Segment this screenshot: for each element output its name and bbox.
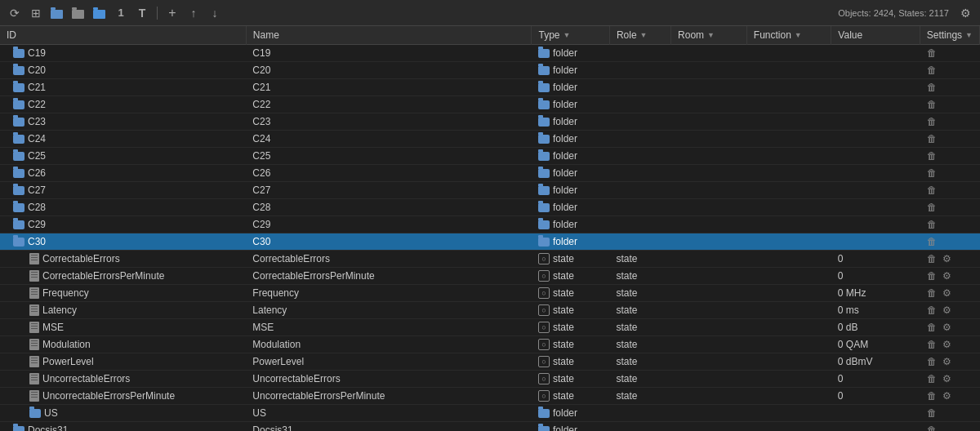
- cell-id: US: [0, 405, 246, 422]
- one-icon[interactable]: 1: [113, 5, 129, 21]
- settings-icon[interactable]: ⚙: [941, 304, 952, 316]
- delete-icon[interactable]: 🗑: [926, 99, 938, 110]
- col-header-role[interactable]: Role▼: [609, 26, 670, 45]
- table-row[interactable]: C19 C19 folder 🗑: [0, 45, 980, 62]
- delete-icon[interactable]: 🗑: [926, 424, 938, 431]
- delete-icon[interactable]: 🗑: [926, 390, 938, 402]
- id-text: C27: [28, 184, 46, 196]
- delete-icon[interactable]: 🗑: [926, 253, 938, 264]
- table-row[interactable]: C28 C28 folder 🗑: [0, 199, 980, 216]
- delete-icon[interactable]: 🗑: [926, 150, 938, 162]
- delete-icon[interactable]: 🗑: [926, 287, 938, 299]
- delete-icon[interactable]: 🗑: [926, 133, 938, 144]
- settings-icon[interactable]: ⚙: [941, 390, 952, 402]
- delete-icon[interactable]: 🗑: [926, 407, 938, 419]
- cell-id: C28: [0, 199, 246, 216]
- id-text: CorrectableErrors: [42, 253, 120, 264]
- table-row[interactable]: Modulation Modulation ○ state state0 QAM…: [0, 336, 980, 353]
- refresh-icon[interactable]: ⟳: [7, 5, 23, 21]
- table-row[interactable]: C21 C21 folder 🗑: [0, 79, 980, 96]
- table-row[interactable]: Docsis31 Docsis31 folder 🗑: [0, 422, 980, 432]
- role-dropdown-icon: ▼: [640, 31, 648, 39]
- cell-role: state: [609, 388, 670, 405]
- col-header-name[interactable]: Name: [246, 26, 532, 45]
- delete-icon[interactable]: 🗑: [926, 47, 938, 59]
- settings-icon[interactable]: ⚙: [941, 339, 952, 350]
- table-row[interactable]: C30 C30 folder 🗑: [0, 233, 980, 251]
- cell-type: ○ state: [532, 353, 609, 371]
- cell-type: ○ state: [532, 388, 609, 405]
- delete-icon[interactable]: 🗑: [926, 236, 938, 247]
- delete-icon[interactable]: 🗑: [926, 304, 938, 316]
- cell-name: C26: [246, 165, 532, 182]
- folder2-icon[interactable]: [70, 5, 87, 21]
- settings-icon[interactable]: ⚙: [941, 356, 952, 367]
- type-state-icon: ○: [538, 390, 550, 402]
- settings-icon[interactable]: ⚙: [941, 253, 952, 264]
- col-header-id[interactable]: ID: [0, 26, 246, 45]
- col-header-room[interactable]: Room▼: [671, 26, 747, 45]
- table-row[interactable]: UncorrectableErrors UncorrectableErrors …: [0, 371, 980, 388]
- file-icon: [29, 253, 39, 264]
- table-row[interactable]: Frequency Frequency ○ state state0 MHz 🗑…: [0, 285, 980, 302]
- text-icon[interactable]: T: [134, 5, 150, 21]
- delete-icon[interactable]: 🗑: [926, 64, 938, 76]
- table-row[interactable]: C24 C24 folder 🗑: [0, 131, 980, 148]
- cell-room: [671, 268, 747, 285]
- table-row[interactable]: Latency Latency ○ state state0 ms 🗑 ⚙: [0, 302, 980, 319]
- table-row[interactable]: CorrectableErrors CorrectableErrors ○ st…: [0, 251, 980, 268]
- cell-name: MSE: [246, 319, 532, 336]
- col-header-function[interactable]: Function▼: [746, 26, 831, 45]
- folder-icon: [13, 118, 24, 127]
- table-row[interactable]: CorrectableErrorsPerMinute CorrectableEr…: [0, 268, 980, 285]
- cell-room: [671, 371, 747, 388]
- cell-room: [671, 96, 747, 113]
- main-settings-icon[interactable]: ⚙: [957, 5, 973, 21]
- delete-icon[interactable]: 🗑: [926, 219, 938, 230]
- settings-icon[interactable]: ⚙: [941, 270, 952, 282]
- cell-settings: 🗑: [920, 45, 979, 62]
- table-row[interactable]: PowerLevel PowerLevel ○ state state0 dBm…: [0, 353, 980, 371]
- cell-room: [671, 45, 747, 62]
- table-row[interactable]: UncorrectableErrorsPerMinute Uncorrectab…: [0, 388, 980, 405]
- delete-icon[interactable]: 🗑: [926, 373, 938, 384]
- id-text: C24: [28, 133, 46, 144]
- file-icon: [29, 339, 39, 350]
- id-text: Latency: [42, 304, 77, 316]
- cell-name: Docsis31: [246, 422, 532, 432]
- table-row[interactable]: MSE MSE ○ state state0 dB 🗑 ⚙: [0, 319, 980, 336]
- table-row[interactable]: US US folder 🗑: [0, 405, 980, 422]
- folder-open-icon[interactable]: [49, 5, 65, 21]
- cell-type: folder: [532, 422, 609, 432]
- table-row[interactable]: C27 C27 folder 🗑: [0, 182, 980, 199]
- delete-icon[interactable]: 🗑: [926, 167, 938, 179]
- col-header-value[interactable]: Value: [831, 26, 920, 45]
- col-header-type[interactable]: Type▼: [532, 26, 609, 45]
- table-row[interactable]: C26 C26 folder 🗑: [0, 165, 980, 182]
- delete-icon[interactable]: 🗑: [926, 184, 938, 196]
- delete-icon[interactable]: 🗑: [926, 82, 938, 93]
- cell-value: [831, 182, 920, 199]
- upload-icon[interactable]: ↑: [185, 5, 202, 21]
- cell-value: [831, 405, 920, 422]
- download-icon[interactable]: ↓: [207, 5, 223, 21]
- table-row[interactable]: C23 C23 folder 🗑: [0, 113, 980, 131]
- table-row[interactable]: C25 C25 folder 🗑: [0, 148, 980, 165]
- delete-icon[interactable]: 🗑: [926, 339, 938, 350]
- table-row[interactable]: C22 C22 folder 🗑: [0, 96, 980, 113]
- delete-icon[interactable]: 🗑: [926, 202, 938, 213]
- dashboard-icon[interactable]: ⊞: [28, 5, 44, 21]
- delete-icon[interactable]: 🗑: [926, 322, 938, 333]
- col-header-settings[interactable]: Settings▼: [920, 26, 979, 45]
- delete-icon[interactable]: 🗑: [926, 356, 938, 367]
- table-row[interactable]: C29 C29 folder 🗑: [0, 216, 980, 233]
- folder3-icon[interactable]: [91, 5, 108, 21]
- settings-icon[interactable]: ⚙: [941, 287, 952, 299]
- delete-icon[interactable]: 🗑: [926, 116, 938, 127]
- add-icon[interactable]: +: [164, 5, 180, 21]
- delete-icon[interactable]: 🗑: [926, 270, 938, 282]
- settings-icon[interactable]: ⚙: [941, 373, 952, 384]
- settings-icon[interactable]: ⚙: [941, 322, 952, 333]
- table-row[interactable]: C20 C20 folder 🗑: [0, 62, 980, 79]
- cell-room: [671, 113, 747, 131]
